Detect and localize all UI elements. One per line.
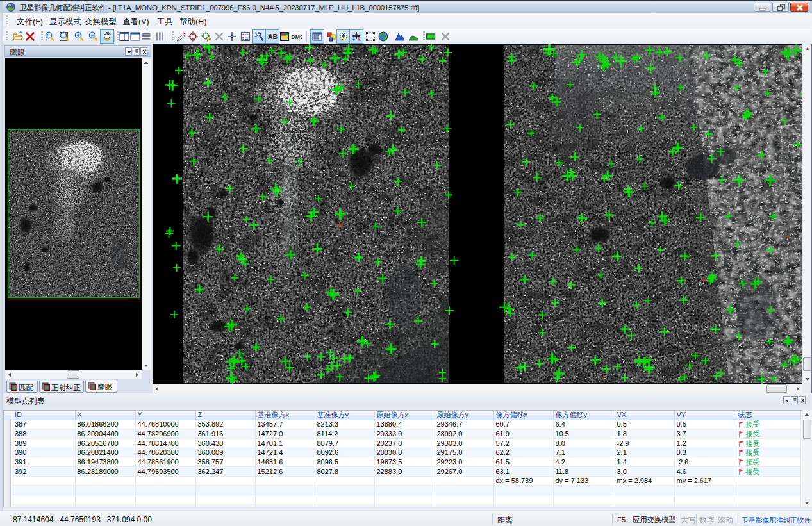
svg-text:DMS: DMS <box>292 34 303 40</box>
svg-text:AB: AB <box>268 33 278 40</box>
